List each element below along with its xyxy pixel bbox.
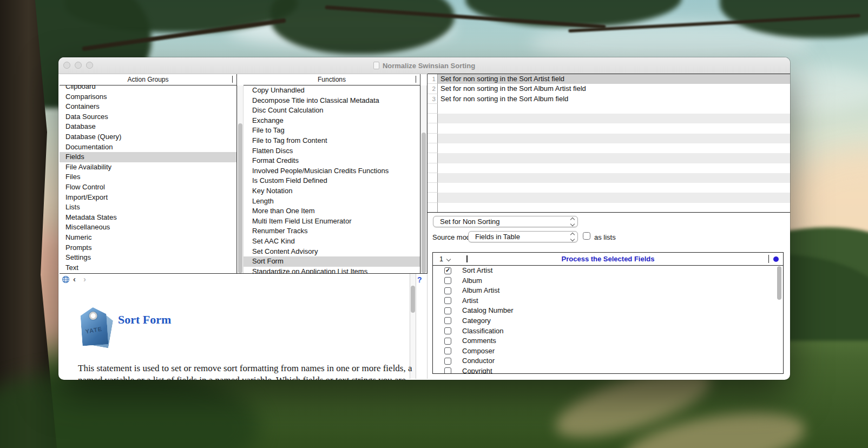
as-lists-checkbox[interactable]: [583, 232, 590, 240]
row-number: [428, 153, 438, 163]
row-number: 2: [428, 84, 438, 94]
action-group-item[interactable]: Text: [60, 263, 236, 273]
row-text: Set for non sorting in the Sort Album fi…: [438, 94, 790, 104]
field-row[interactable]: Copyright: [433, 366, 783, 373]
function-item[interactable]: Copy Unhandled: [244, 85, 420, 96]
field-label: Copyright: [462, 366, 492, 373]
field-checkbox[interactable]: [444, 287, 451, 294]
field-row[interactable]: Composer: [433, 346, 783, 357]
row-number: [428, 123, 438, 133]
row-text: [438, 173, 790, 183]
column-resize-tick[interactable]: [232, 76, 233, 83]
statement-row[interactable]: 2 Set for non sorting in the Sort Album …: [428, 84, 790, 94]
back-button[interactable]: ‹: [73, 275, 76, 283]
statement-row[interactable]: 3 Set for non sorting in the Sort Album …: [428, 94, 790, 104]
field-row[interactable]: Comments: [433, 336, 783, 346]
tag-shape-front: YATE: [80, 306, 109, 346]
forward-button[interactable]: ›: [83, 275, 86, 283]
status-dot-icon[interactable]: [773, 256, 779, 262]
field-row[interactable]: Album: [433, 276, 783, 286]
action-group-item[interactable]: File Availability: [60, 162, 236, 173]
action-group-item[interactable]: Import/Export: [60, 193, 236, 203]
function-item[interactable]: File to Tag: [244, 126, 420, 136]
field-checkbox[interactable]: [444, 297, 451, 304]
statement-rows: 1 Set for non sorting in the Sort Artist…: [428, 74, 790, 213]
row-number: [428, 203, 438, 213]
field-checkbox[interactable]: [444, 277, 451, 284]
field-checkbox[interactable]: [444, 338, 451, 345]
function-item[interactable]: File to Tag from Content: [244, 136, 420, 146]
function-item[interactable]: Format Credits: [244, 156, 420, 166]
field-row[interactable]: Catalog Number: [433, 306, 783, 316]
fields-scrollbar-thumb[interactable]: [777, 266, 781, 300]
action-group-item[interactable]: Comparisons: [60, 92, 236, 102]
action-groups-list: ClipboardComparisonsContainersData Sourc…: [60, 85, 236, 273]
action-group-item[interactable]: Metadata States: [60, 213, 236, 223]
action-group-item[interactable]: Lists: [60, 202, 236, 213]
source-mode-select[interactable]: Fields in Table: [468, 231, 578, 242]
function-item[interactable]: Standardize on Application List Items: [244, 267, 420, 273]
statement-row: [428, 193, 790, 202]
field-row[interactable]: Category: [433, 316, 783, 326]
field-checkbox[interactable]: [444, 317, 451, 324]
field-checkbox[interactable]: [444, 347, 451, 354]
statement-index-select[interactable]: 1: [439, 253, 450, 265]
action-group-item[interactable]: Clipboard: [60, 85, 236, 92]
action-group-item[interactable]: Miscellaneous: [60, 222, 236, 233]
stepper-icon: [571, 233, 574, 241]
function-item[interactable]: Flatten Discs: [244, 146, 420, 156]
action-group-item[interactable]: Containers: [60, 102, 236, 112]
field-label: Album Artist: [462, 286, 499, 296]
action-group-item[interactable]: Files: [60, 172, 236, 182]
action-group-item[interactable]: Documentation: [60, 142, 236, 153]
function-item[interactable]: Is Custom Field Defined: [244, 176, 420, 186]
function-item[interactable]: Set Content Advisory: [244, 247, 420, 257]
web-globe-icon[interactable]: [62, 275, 70, 286]
field-row[interactable]: Classification: [433, 326, 783, 337]
scrollbar-thumb[interactable]: [422, 133, 426, 273]
field-checkbox[interactable]: [444, 327, 451, 334]
field-row[interactable]: Artist: [433, 296, 783, 306]
action-group-item[interactable]: Settings: [60, 253, 236, 263]
field-row[interactable]: Album Artist: [433, 286, 783, 296]
function-item[interactable]: Renumber Tracks: [244, 226, 420, 236]
function-item[interactable]: Key Notation: [244, 186, 420, 196]
field-checkbox[interactable]: [444, 358, 451, 365]
function-item[interactable]: Set AAC Kind: [244, 236, 420, 247]
action-groups-scrollbar[interactable]: [237, 85, 244, 273]
function-item[interactable]: Decompose Title into Classical Metadata: [244, 96, 420, 106]
action-group-item[interactable]: Numeric: [60, 233, 236, 243]
action-group-item[interactable]: Fields: [60, 152, 236, 162]
scrollbar-thumb[interactable]: [238, 123, 242, 273]
action-group-item[interactable]: Prompts: [60, 243, 236, 253]
function-item[interactable]: Exchange: [244, 116, 420, 126]
statement-row: [428, 123, 790, 133]
action-type-select[interactable]: Set for Non Sorting: [433, 216, 578, 227]
action-group-item[interactable]: Data Sources: [60, 112, 236, 122]
function-item[interactable]: Disc Count Calculation: [244, 106, 420, 116]
statement-row[interactable]: 1 Set for non sorting in the Sort Artist…: [428, 74, 790, 84]
function-item[interactable]: Length: [244, 196, 420, 207]
function-item[interactable]: Multi Item Field List Enumerator: [244, 216, 420, 227]
field-checkbox[interactable]: [444, 367, 451, 373]
field-row[interactable]: Conductor: [433, 356, 783, 366]
row-number: 1: [428, 74, 438, 84]
function-item[interactable]: Involved People/Musician Credits Functio…: [244, 166, 420, 176]
divider: [768, 255, 770, 263]
scrollbar-thumb[interactable]: [411, 286, 415, 313]
field-row[interactable]: Sort Artist: [433, 266, 783, 276]
help-button[interactable]: ?: [417, 275, 422, 284]
field-checkbox[interactable]: [444, 307, 451, 314]
function-item[interactable]: More than One Item: [244, 206, 420, 216]
column-resize-tick[interactable]: [416, 76, 416, 83]
fields-panel-title: Process the Selected Fields: [433, 255, 783, 263]
function-item[interactable]: Sort Form: [244, 256, 420, 267]
titlebar[interactable]: Normalize Swinsian Sorting: [58, 57, 790, 74]
action-group-item[interactable]: Flow Control: [60, 182, 236, 193]
row-text: [438, 163, 790, 173]
field-checkbox[interactable]: [444, 267, 451, 274]
functions-scrollbar[interactable]: [420, 85, 427, 273]
field-label: Comments: [462, 336, 496, 346]
action-group-item[interactable]: Database: [60, 122, 236, 132]
action-group-item[interactable]: Database (Query): [60, 132, 236, 142]
